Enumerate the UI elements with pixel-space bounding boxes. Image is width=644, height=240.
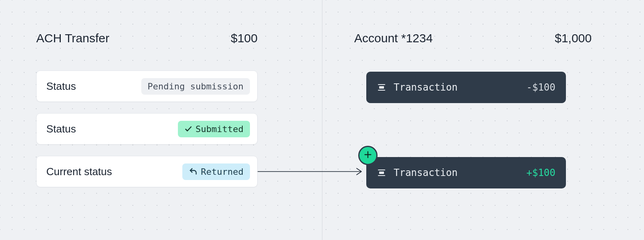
account-balance: $1,000 <box>555 31 592 45</box>
transfer-title: ACH Transfer <box>36 31 109 45</box>
transaction-amount: +$100 <box>526 167 555 178</box>
panel-divider <box>322 0 322 240</box>
transaction-label: Transaction <box>394 82 526 93</box>
status-label: Current status <box>46 166 112 178</box>
transaction-icon <box>377 168 386 178</box>
status-label: Status <box>46 123 76 135</box>
transaction-row-debit: Transaction -$100 <box>366 72 566 103</box>
account-title: Account *1234 <box>354 31 433 45</box>
status-row-pending: Status Pending submission <box>36 70 258 102</box>
transaction-amount: -$100 <box>526 82 555 93</box>
transaction-row-credit: Transaction +$100 <box>366 157 566 188</box>
status-badge-pending: Pending submission <box>141 78 250 95</box>
transfer-amount: $100 <box>231 31 258 45</box>
svg-rect-4 <box>379 172 384 174</box>
plus-icon <box>363 150 372 161</box>
svg-rect-1 <box>379 86 384 89</box>
badge-text: Pending submission <box>148 81 244 91</box>
status-row-submitted: Status Submitted <box>36 113 258 145</box>
account-header: Account *1234 $1,000 <box>354 31 592 45</box>
plus-badge <box>358 146 378 165</box>
badge-text: Submitted <box>196 124 244 134</box>
status-badge-submitted: Submitted <box>178 121 250 137</box>
transaction-label: Transaction <box>394 167 526 178</box>
transfer-header: ACH Transfer $100 <box>36 31 258 45</box>
status-label: Status <box>46 80 76 93</box>
badge-text: Returned <box>201 167 244 177</box>
transaction-icon <box>377 83 386 92</box>
status-badge-returned: Returned <box>182 163 250 180</box>
flow-arrow <box>258 167 366 176</box>
status-row-returned: Current status Returned <box>36 156 258 187</box>
check-icon <box>184 125 192 133</box>
return-arrow-icon <box>189 167 198 176</box>
